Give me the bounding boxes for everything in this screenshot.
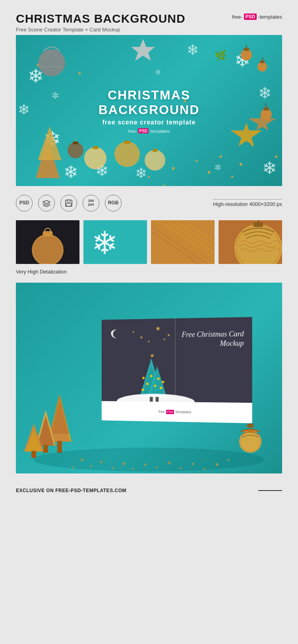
svg-text:❄: ❄ [91, 225, 118, 261]
svg-rect-25 [260, 60, 265, 63]
svg-text:★: ★ [195, 159, 198, 163]
svg-point-16 [38, 49, 65, 76]
svg-text:★: ★ [163, 338, 166, 341]
detail-label: Very High Detalization [16, 269, 282, 275]
svg-text:★: ★ [167, 333, 170, 337]
svg-rect-35 [124, 141, 130, 144]
svg-text:★: ★ [219, 154, 223, 159]
svg-text:★: ★ [132, 330, 135, 334]
card-front: ★ ★ ★ ★ ★ ★ ★ [102, 317, 252, 423]
footer-text: EXCLUSIVE ON FREE-PSD-TEMPLATES.COM [16, 488, 126, 493]
header-left: CHRISTMAS BACKGROUND Free Scene Creator … [16, 12, 186, 33]
svg-text:★: ★ [139, 335, 143, 339]
svg-text:★: ★ [147, 175, 151, 179]
logo-psd: PSD [244, 14, 257, 20]
snowflake-10: ❄ [262, 158, 277, 178]
svg-point-40 [68, 142, 83, 158]
card-bottom-strip: free- PSD -templates [102, 401, 252, 423]
svg-text:★: ★ [238, 161, 244, 167]
svg-text:✼: ✼ [155, 68, 161, 76]
badge-layers [38, 195, 55, 211]
svg-marker-31 [248, 111, 276, 130]
svg-point-119 [157, 378, 159, 380]
save-icon [64, 199, 73, 208]
svg-point-36 [145, 150, 165, 171]
svg-text:★: ★ [163, 183, 166, 186]
thumbnail-1 [16, 220, 79, 264]
badge-psd: PSD [16, 195, 33, 211]
snowflake-4: ❄ [64, 162, 78, 182]
svg-point-34 [114, 142, 140, 167]
logo-pre: free- [232, 14, 243, 20]
svg-point-100 [34, 448, 264, 471]
page-subtitle: Free Scene Creator Template + Card Mocku… [16, 27, 186, 33]
svg-rect-46 [66, 204, 71, 206]
svg-rect-33 [93, 146, 98, 149]
card-mockup-container: ★ ★ ★ ★ ★ ★ ★ ★ ★ ★ ★ ★ ★ ★ ★ [16, 283, 282, 473]
svg-text:★: ★ [155, 325, 161, 332]
svg-marker-30 [230, 122, 262, 146]
banner-subtitle: free scene creator template [83, 119, 216, 126]
banner-logo: free- PSD -templates [83, 128, 216, 134]
card-logo-pre: free- [159, 409, 166, 413]
svg-rect-69 [253, 222, 263, 227]
banner-logo-post: -templates [149, 128, 170, 133]
svg-text:★: ★ [147, 340, 150, 343]
banner-logo-pre: free- [128, 128, 137, 133]
svg-rect-83 [247, 424, 253, 428]
svg-rect-74 [57, 441, 62, 453]
resolution-text: High-resolution 4000×3200 px [213, 199, 282, 207]
thumbnail-2: ❄ [83, 220, 147, 264]
page-wrapper: CHRISTMAS BACKGROUND Free Scene Creator … [0, 0, 298, 505]
svg-text:★: ★ [150, 353, 155, 359]
svg-point-32 [84, 147, 106, 169]
card-logo: free- PSD -templates [159, 409, 192, 414]
snowflake-2: ❄ [18, 101, 30, 118]
svg-rect-37 [153, 149, 157, 152]
svg-marker-73 [50, 394, 69, 434]
thumbnail-3 [151, 220, 215, 264]
greeting-card: ★ ★ ★ ★ ★ ★ ★ [102, 317, 252, 423]
svg-point-21 [241, 49, 252, 60]
badge-dpi: 300DPI [83, 195, 99, 211]
header: CHRISTMAS BACKGROUND Free Scene Creator … [16, 12, 282, 33]
svg-point-117 [150, 375, 153, 377]
svg-text:🌿: 🌿 [215, 50, 226, 61]
footer: EXCLUSIVE ON FREE-PSD-TEMPLATES.COM [16, 481, 282, 493]
svg-rect-45 [67, 200, 70, 202]
thumbnail-4 [219, 220, 282, 264]
card-mockup-title: Free Christmas CardMockup [182, 329, 244, 349]
svg-text:★: ★ [77, 70, 82, 76]
svg-point-122 [162, 381, 164, 383]
svg-rect-80 [31, 451, 36, 458]
card-logo-post: -templates [174, 410, 191, 414]
svg-text:★: ★ [230, 175, 234, 179]
svg-text:✼: ✼ [52, 91, 59, 101]
svg-text:★: ★ [207, 169, 212, 175]
badge-save [60, 195, 77, 211]
layers-icon [42, 199, 51, 208]
banner-logo-psd: PSD [138, 128, 149, 134]
svg-point-120 [160, 387, 162, 389]
svg-rect-77 [43, 445, 48, 453]
svg-point-118 [154, 385, 157, 387]
logo-post: -templates [258, 14, 282, 20]
svg-rect-41 [73, 142, 78, 144]
thumbnails-row: ❄ [16, 220, 282, 264]
page-title: CHRISTMAS BACKGROUND [16, 12, 186, 25]
svg-marker-20 [131, 39, 155, 61]
svg-line-29 [265, 103, 266, 107]
svg-rect-28 [263, 107, 269, 111]
banner-title: CHRISTMAS BACKGROUND [83, 88, 216, 117]
snowflake-6: ❄ [135, 165, 147, 181]
svg-point-116 [146, 383, 149, 385]
banner-center-text: CHRISTMAS BACKGROUND free scene creator … [83, 88, 216, 134]
main-banner: ❄ ❄ ❄ ❄ ❄ ❄ ❄ ❄ ❄ ❄ ✼ ✼ ✼ ★ ★ ★ ★ ★ ★ ★ … [16, 35, 282, 186]
svg-point-24 [257, 62, 267, 72]
svg-point-121 [141, 388, 144, 391]
brand-logo: free- PSD -templates [232, 14, 282, 20]
badges-row: PSD 300DPI RGB High-resolution 4000×3200… [16, 195, 282, 211]
footer-line [258, 490, 282, 491]
svg-text:★: ★ [274, 154, 279, 159]
snowflake-9: ❄ [258, 84, 272, 102]
